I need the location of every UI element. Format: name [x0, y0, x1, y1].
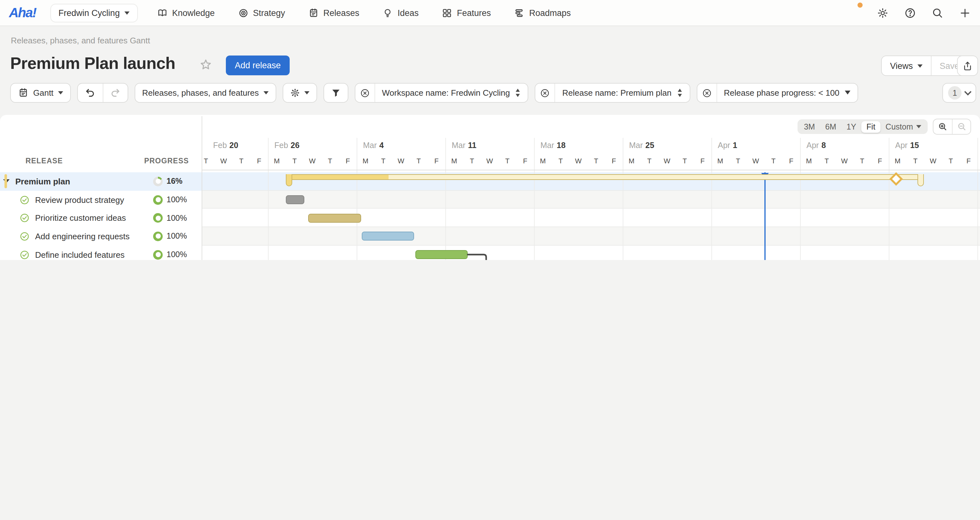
gantt-toolbar: Gantt Releases, phases, and features Wor…	[10, 83, 976, 103]
nav-item-roadmaps[interactable]: Roadmaps	[514, 7, 571, 18]
week-label: Mar11	[452, 141, 477, 150]
timeframe-option-custom[interactable]: Custom	[880, 121, 926, 132]
calendar-icon	[18, 87, 29, 98]
gantt-bar-progress	[309, 215, 361, 222]
progress-value: 100%	[167, 195, 187, 204]
list-item[interactable]: Define included features100%	[0, 246, 202, 260]
timeframe-option-3m[interactable]: 3M	[799, 121, 820, 132]
aha-logo[interactable]: Aha!	[9, 5, 36, 21]
user-avatar[interactable]	[844, 4, 861, 21]
settings-dropdown[interactable]	[282, 83, 317, 103]
day-letter: T	[558, 157, 563, 165]
day-letter: T	[682, 157, 687, 165]
zoom-out-icon[interactable]	[952, 119, 970, 134]
record-name: Review product strategy	[35, 195, 153, 205]
progress-value: 100%	[167, 250, 187, 259]
features-icon	[442, 7, 452, 18]
remove-filter-icon[interactable]	[697, 84, 716, 102]
week-label: Mar25	[629, 141, 654, 150]
release-column-header: RELEASE	[25, 157, 63, 165]
chevron-down-icon	[916, 125, 921, 128]
week-gridline	[445, 138, 446, 260]
day-letter: W	[930, 157, 937, 165]
favorite-star-icon[interactable]	[199, 58, 212, 72]
undo-button[interactable]	[78, 84, 103, 102]
help-icon[interactable]	[904, 7, 916, 19]
filter-button[interactable]	[323, 83, 348, 103]
day-letter: T	[860, 157, 864, 165]
gantt-bar[interactable]	[286, 195, 304, 204]
nav-item-releases[interactable]: Releases	[308, 7, 360, 18]
views-label: Views	[890, 61, 913, 70]
list-item[interactable]: Add engineering requests100%	[0, 227, 202, 245]
timeframe-option-6m[interactable]: 6M	[820, 121, 842, 132]
gantt-type-dropdown[interactable]: Gantt	[10, 83, 71, 103]
day-letter: W	[575, 157, 582, 165]
share-button[interactable]	[957, 56, 978, 76]
phase-complete-check-icon	[20, 213, 29, 223]
filter-chip-label[interactable]: Release phase progress: < 100	[716, 84, 857, 102]
settings-gear-icon[interactable]	[877, 7, 889, 19]
timeline-header-border	[202, 170, 980, 170]
zoom-in-icon[interactable]	[934, 119, 952, 134]
gantt-bar[interactable]	[362, 232, 414, 241]
records-dropdown[interactable]: Releases, phases, and features	[135, 83, 276, 103]
filter-chips: Workspace name: Fredwin CyclingRelease n…	[355, 83, 858, 103]
progress-value: 100%	[167, 213, 187, 223]
list-item[interactable]: Review product strategy100%	[0, 191, 202, 208]
chevron-down-icon	[58, 91, 63, 94]
week-label: Apr15	[895, 141, 919, 150]
day-letter: T	[772, 157, 775, 165]
remove-filter-icon[interactable]	[536, 84, 555, 102]
remove-filter-icon[interactable]	[355, 84, 374, 102]
gantt-bar-progress	[363, 232, 414, 240]
record-name: Prioritize customer ideas	[35, 213, 153, 223]
record-name: Premium plan	[15, 177, 153, 186]
day-letter: M	[895, 157, 900, 165]
gantt-bar[interactable]	[308, 214, 361, 223]
filter-chip-0: Workspace name: Fredwin Cycling	[355, 83, 528, 103]
day-letter: F	[434, 157, 438, 165]
views-dropdown[interactable]: Views	[882, 56, 931, 75]
gantt-bar[interactable]	[415, 250, 468, 259]
day-letter: W	[309, 157, 316, 165]
chart-row	[202, 227, 980, 245]
day-letter: W	[487, 157, 493, 165]
nav-item-knowledge[interactable]: Knowledge	[157, 7, 215, 18]
timeframe-option-fit[interactable]: Fit	[861, 121, 880, 132]
list-item[interactable]: Premium plan16%	[0, 172, 202, 191]
progress-donut	[153, 177, 163, 186]
day-letter: T	[913, 157, 918, 165]
list-item[interactable]: Prioritize customer ideas100%	[0, 209, 202, 227]
week-label: Mar4	[363, 141, 384, 150]
week-gridline	[711, 138, 712, 260]
nav-item-features[interactable]: Features	[442, 7, 491, 18]
filter-chip-label[interactable]: Release name: Premium plan	[555, 84, 690, 102]
nav-item-ideas[interactable]: Ideas	[382, 7, 418, 18]
page-number: 1	[948, 86, 961, 100]
page-selector[interactable]: 1	[942, 83, 976, 103]
day-letter: T	[505, 157, 509, 165]
day-letter: F	[257, 157, 261, 165]
timeframe-option-1y[interactable]: 1Y	[841, 121, 861, 132]
aha-gantt-app: Aha! Fredwin Cycling KnowledgeStrategyRe…	[0, 0, 980, 260]
filter-chip-label[interactable]: Workspace name: Fredwin Cycling	[374, 84, 528, 102]
search-icon[interactable]	[932, 7, 943, 19]
add-release-button[interactable]: Add release	[226, 56, 290, 75]
gantt-label: Gantt	[33, 88, 54, 98]
workspace-selector[interactable]: Fredwin Cycling	[50, 3, 137, 22]
day-letter: M	[718, 157, 723, 165]
redo-button[interactable]	[103, 84, 127, 102]
progress-value: 16%	[167, 177, 183, 186]
day-letter: W	[841, 157, 848, 165]
add-icon[interactable]	[959, 7, 971, 19]
gantt-bracket-bar[interactable]	[286, 174, 924, 180]
bracket-bar-progress	[286, 175, 388, 179]
progress-donut	[153, 250, 163, 259]
gantt-bar-progress	[286, 196, 304, 204]
nav-items: KnowledgeStrategyReleasesIdeasFeaturesRo…	[157, 7, 571, 18]
bracket-hook-left	[286, 174, 292, 186]
nav-item-strategy[interactable]: Strategy	[238, 7, 285, 18]
phase-complete-check-icon	[20, 250, 29, 259]
week-gridline	[534, 138, 535, 260]
